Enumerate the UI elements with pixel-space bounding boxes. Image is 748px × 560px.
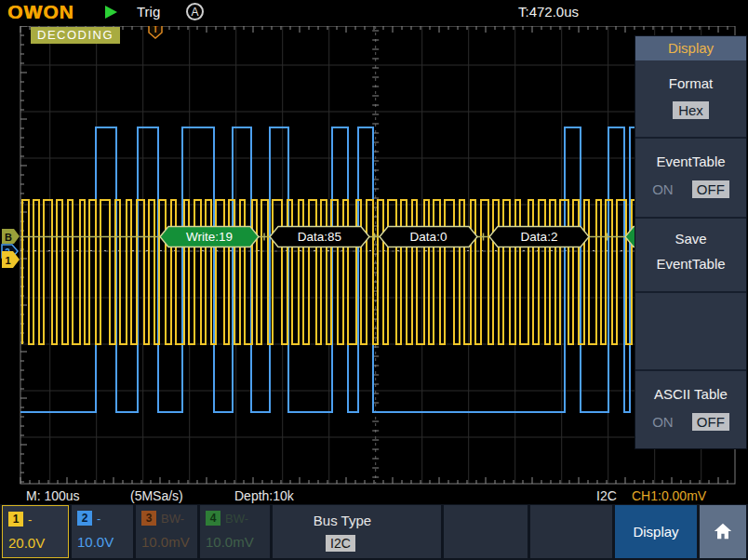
bus-type-label: Bus Type	[273, 513, 412, 528]
display-menu-panel: Display Format Hex EventTable ON OFF Sav…	[634, 35, 747, 449]
auto-trigger-icon: A	[186, 3, 204, 20]
empty-cell-1	[444, 505, 528, 558]
bus-protocol-readout: I2C	[596, 488, 617, 503]
eventtable-label: EventTable	[635, 139, 746, 169]
channel-2-badge: 2	[77, 511, 92, 526]
eventtable-off-option[interactable]: OFF	[692, 180, 729, 198]
menu-item-blank	[635, 293, 746, 371]
decode-bubble-label: Data:2	[521, 230, 558, 244]
home-button[interactable]	[700, 505, 746, 558]
decode-bubble-label: Data:0	[410, 230, 447, 244]
decode-bubble-label: Write:19	[186, 230, 233, 244]
timebase-readout: M: 100us	[26, 488, 80, 503]
ascii-table-label: ASCII Table	[635, 371, 746, 402]
ascii-off-option[interactable]: OFF	[692, 413, 729, 431]
ascii-on-option[interactable]: ON	[652, 414, 674, 430]
menu-item-ascii-table[interactable]: ASCII Table ON OFF	[635, 371, 746, 449]
save-label-line1: Save	[635, 219, 746, 247]
trigger-level-readout: CH1:0.00mV	[632, 488, 706, 503]
channel-3-badge: 3	[141, 511, 156, 526]
bus-marker-label: B	[5, 232, 12, 243]
menu-item-eventtable[interactable]: EventTable ON OFF	[635, 139, 746, 219]
ch1-marker-label: 1	[5, 255, 10, 266]
bus-type-cell[interactable]: Bus Type I2C	[273, 505, 441, 558]
channel-1-scale: 20.0V	[8, 535, 45, 551]
eventtable-on-option[interactable]: ON	[652, 181, 674, 197]
display-menu-button[interactable]: Display	[615, 505, 697, 558]
bus-type-value[interactable]: I2C	[326, 535, 355, 552]
channel-1-badge: 1	[8, 512, 23, 527]
channel-3-cell[interactable]: 3 BW- 10.0mV	[136, 505, 197, 558]
format-value[interactable]: Hex	[673, 101, 709, 119]
save-label-line2: EventTable	[635, 256, 746, 272]
channel-2-coupling: -	[97, 512, 100, 526]
channel-4-cell[interactable]: 4 BW- 10.0mV	[200, 505, 270, 558]
top-bar: OWON Trig A T:472.0us	[0, 0, 748, 26]
menu-title: Display	[635, 36, 746, 60]
oscilloscope-screen: Write:19Data:85Data:0Data:2B21T OWON Tri…	[0, 0, 748, 560]
menu-item-save-eventtable[interactable]: Save EventTable	[635, 219, 746, 293]
channel-4-scale: 10.0mV	[206, 534, 254, 550]
channel-3-scale: 10.0mV	[141, 534, 190, 550]
channel-3-coupling: BW-	[161, 512, 184, 526]
trigger-time-readout: T:472.0us	[518, 4, 579, 20]
decoding-badge: DECODING	[31, 27, 120, 44]
empty-cell-2	[530, 505, 612, 558]
channel-4-coupling: BW-	[225, 512, 248, 526]
home-icon	[713, 521, 733, 541]
channel-2-scale: 10.0V	[77, 534, 114, 550]
memory-depth-readout: Depth:10k	[234, 488, 294, 503]
bottom-bar: 1 - 20.0V 2 - 10.0V 3 BW- 10.0mV 4 BW- 1…	[0, 504, 748, 560]
trig-status-label: Trig	[137, 4, 160, 20]
status-bar: M: 100us (5MSa/s) Depth:10k I2C CH1:0.00…	[0, 485, 748, 504]
run-play-icon	[105, 6, 117, 19]
menu-item-format[interactable]: Format Hex	[635, 60, 746, 139]
owon-logo: OWON	[7, 1, 74, 23]
format-label: Format	[635, 60, 746, 91]
decode-bubble-label: Data:85	[298, 230, 341, 244]
channel-1-cell[interactable]: 1 - 20.0V	[2, 505, 69, 558]
ch2-waveform	[20, 127, 635, 412]
sample-rate-readout: (5MSa/s)	[130, 488, 183, 503]
channel-2-cell[interactable]: 2 - 10.0V	[72, 505, 133, 558]
channel-1-coupling: -	[28, 513, 32, 527]
channel-4-badge: 4	[206, 511, 220, 526]
